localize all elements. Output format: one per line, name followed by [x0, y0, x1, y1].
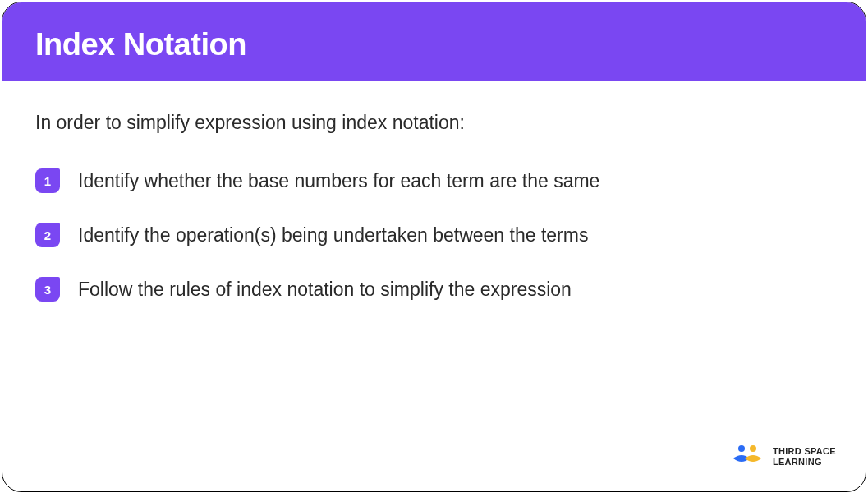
step-text: Identify whether the base numbers for ea…	[78, 170, 599, 192]
card-header: Index Notation	[2, 2, 866, 81]
list-item: 3 Follow the rules of index notation to …	[35, 277, 833, 302]
logo-mark-icon	[732, 444, 765, 470]
steps-list: 1 Identify whether the base numbers for …	[35, 168, 833, 302]
brand-name: THIRD SPACE LEARNING	[773, 446, 836, 468]
intro-text: In order to simplify expression using in…	[35, 112, 833, 134]
list-item: 1 Identify whether the base numbers for …	[35, 168, 833, 193]
step-number-badge: 2	[35, 223, 60, 247]
page-title: Index Notation	[35, 27, 833, 62]
svg-point-1	[750, 445, 756, 452]
list-item: 2 Identify the operation(s) being undert…	[35, 223, 833, 247]
step-text: Identify the operation(s) being undertak…	[78, 224, 588, 246]
brand-line1: THIRD SPACE	[773, 446, 836, 457]
brand-logo: THIRD SPACE LEARNING	[732, 444, 836, 470]
brand-line2: LEARNING	[773, 457, 836, 468]
step-number-badge: 3	[35, 277, 60, 302]
step-number-badge: 1	[35, 168, 60, 193]
svg-point-0	[738, 445, 745, 452]
step-text: Follow the rules of index notation to si…	[78, 279, 572, 301]
info-card: Index Notation In order to simplify expr…	[2, 2, 866, 492]
card-content: In order to simplify expression using in…	[2, 81, 866, 302]
